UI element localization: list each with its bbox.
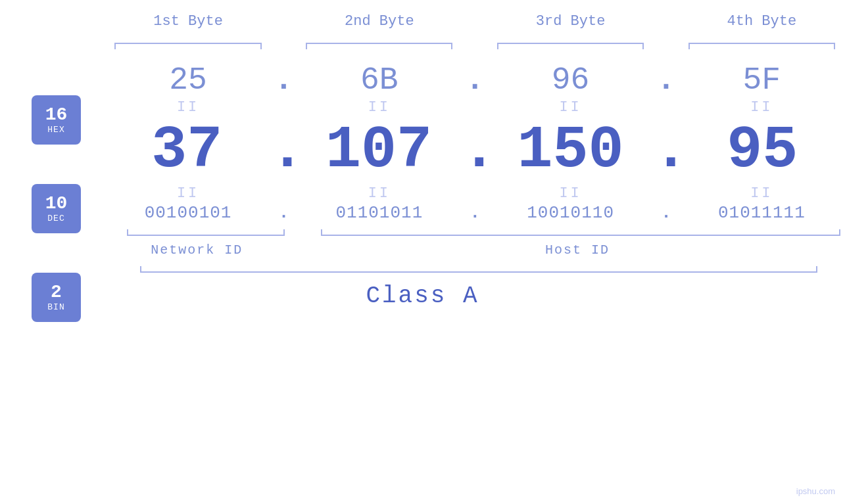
badge-hex-label: HEX (47, 126, 64, 135)
host-id-label: Host ID (310, 242, 845, 258)
dec-byte1: 37 (104, 121, 270, 180)
equals-row-1: II II II II (0, 99, 845, 116)
equals-row-2: II II II II (0, 185, 845, 202)
dot-dec-3: . (653, 117, 679, 184)
bin-byte4: 01011111 (679, 203, 845, 223)
class-label: Class A (366, 283, 479, 309)
badge-hex: 16 HEX (32, 95, 81, 145)
bracket-byte2 (296, 36, 462, 49)
dot-hex-2: . (462, 62, 487, 98)
bracket-byte3 (487, 36, 654, 49)
dot-dec-1: . (270, 117, 296, 184)
header-byte2: 2nd Byte (296, 13, 462, 30)
dot-dec-2: . (462, 117, 488, 184)
bin-byte3: 10010110 (487, 203, 654, 223)
equals-1-b2: II (296, 99, 462, 116)
header-byte1: 1st Byte (105, 13, 271, 30)
bin-bottom-brackets (0, 226, 845, 239)
dot-bin-1: . (272, 203, 297, 223)
badge-hex-number: 16 (45, 105, 68, 126)
equals-2-b3: II (487, 185, 654, 202)
bracket-byte1 (105, 36, 271, 49)
top-brackets (0, 36, 845, 49)
network-id-label: Network ID (110, 242, 284, 258)
header-byte4: 4th Byte (679, 13, 845, 30)
long-bracket (130, 263, 827, 276)
dot-hex-3: . (654, 62, 679, 98)
class-row: Class A (0, 283, 845, 309)
equals-2-b4: II (679, 185, 845, 202)
host-bottom-bracket (321, 226, 840, 239)
dot-bin-2: . (462, 203, 487, 223)
hex-row: 25 . 6B . 96 . 5F (0, 62, 845, 98)
equals-2-b2: II (296, 185, 462, 202)
bin-bracket-byte1 (117, 226, 295, 239)
equals-1-b4: II (679, 99, 845, 116)
badge-dec-label: DEC (47, 214, 64, 223)
long-bracket-row (0, 263, 845, 276)
bin-byte2: 01101011 (296, 203, 462, 223)
dot-bin-3: . (654, 203, 679, 223)
badge-bin: 2 BIN (32, 273, 81, 322)
dec-row: 37 . 107 . 150 . 95 (0, 117, 845, 184)
equals-2-b1: II (105, 185, 271, 202)
headers-row: 1st Byte 2nd Byte 3rd Byte 4th Byte (0, 13, 845, 30)
dec-byte3: 150 (488, 121, 654, 180)
badge-dec: 10 DEC (32, 184, 81, 233)
main-container: 1st Byte 2nd Byte 3rd Byte 4th Byte 16 H… (0, 0, 845, 504)
badges-container: 16 HEX 10 DEC 2 BIN (32, 95, 81, 322)
equals-1-b3: II (487, 99, 654, 116)
dec-byte4: 95 (679, 121, 845, 180)
hex-byte3: 96 (487, 62, 654, 98)
badge-bin-label: BIN (47, 303, 64, 312)
dec-byte2: 107 (296, 121, 462, 180)
bin-byte1: 00100101 (105, 203, 271, 223)
dot-hex-1: . (272, 62, 297, 98)
id-labels-row: Network ID Host ID (0, 242, 845, 258)
bin-row: 00100101 . 01101011 . 10010110 . 0101111… (0, 203, 845, 223)
header-byte3: 3rd Byte (487, 13, 654, 30)
badge-bin-number: 2 (51, 283, 62, 303)
bracket-byte4 (679, 36, 845, 49)
hex-byte2: 6B (296, 62, 462, 98)
equals-1-b1: II (105, 99, 271, 116)
hex-byte1: 25 (105, 62, 271, 98)
watermark: ipshu.com (796, 486, 835, 496)
badge-dec-number: 10 (45, 194, 68, 214)
hex-byte4: 5F (679, 62, 845, 98)
